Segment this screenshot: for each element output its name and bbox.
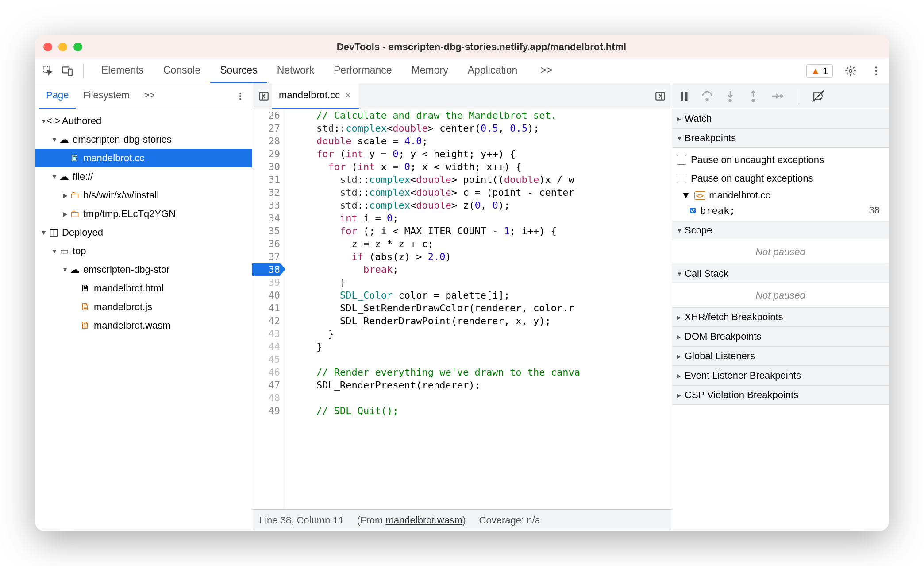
code-editor[interactable]: 2627282930313233343536373839404142434445…	[252, 109, 672, 509]
event-listener-breakpoints-section[interactable]: ▶Event Listener Breakpoints	[672, 366, 889, 385]
code-content[interactable]: // Calculate and draw the Mandelbrot set…	[285, 109, 672, 509]
breakpoints-section[interactable]: ▼Breakpoints	[672, 128, 889, 148]
file-tab-mandelbrot-cc[interactable]: mandelbrot.cc ✕	[272, 83, 359, 109]
source-map-link[interactable]: mandelbrot.wasm	[386, 515, 463, 526]
warning-count: 1	[823, 66, 828, 76]
cloud-icon: ☁	[58, 134, 70, 145]
svg-point-9	[239, 98, 241, 100]
editor-tabs: mandelbrot.cc ✕	[252, 83, 672, 109]
frame-icon: ▭	[58, 245, 70, 257]
coverage-status: Coverage: n/a	[479, 515, 540, 526]
step-into-button[interactable]	[724, 89, 737, 103]
cloud-icon: ☁	[58, 171, 70, 182]
callstack-not-paused: Not paused	[672, 283, 889, 307]
cube-icon: ◫	[48, 227, 59, 238]
pause-caught-checkbox-row[interactable]: Pause on caught exceptions	[677, 169, 884, 188]
tab-elements[interactable]: Elements	[92, 58, 154, 83]
tab-memory[interactable]: Memory	[402, 58, 458, 83]
pause-button[interactable]	[678, 89, 691, 103]
file-tab-label: mandelbrot.cc	[279, 89, 340, 101]
pause-uncaught-checkbox[interactable]	[677, 155, 686, 165]
tree-deployed[interactable]: ▼◫Deployed	[35, 223, 252, 242]
toggle-navigator-icon[interactable]	[256, 88, 272, 104]
svg-point-8	[239, 95, 241, 97]
code-icon: < >	[48, 115, 59, 127]
maximize-window-button[interactable]	[73, 43, 82, 51]
window-titlebar: DevTools - emscripten-dbg-stories.netlif…	[35, 35, 889, 58]
dom-breakpoints-section[interactable]: ▶DOM Breakpoints	[672, 327, 889, 346]
minimize-window-button[interactable]	[58, 43, 67, 51]
svg-point-3	[849, 69, 852, 72]
close-tab-icon[interactable]: ✕	[344, 90, 352, 101]
navigator-panel: Page Filesystem >> ▼< >Authored ▼☁emscri…	[35, 83, 252, 531]
scope-section[interactable]: ▼Scope	[672, 221, 889, 240]
warning-icon: ▲	[811, 66, 820, 76]
breakpoint-entry[interactable]: break;38	[677, 203, 884, 218]
tree-file-scheme[interactable]: ▼☁file://	[35, 167, 252, 186]
window-title: DevTools - emscripten-dbg-stories.netlif…	[82, 41, 881, 53]
toolbar-separator	[83, 63, 84, 78]
svg-rect-2	[68, 69, 72, 75]
settings-button[interactable]	[843, 63, 859, 79]
tree-file-mandelbrot-cc[interactable]: 🗎mandelbrot.cc	[35, 149, 252, 167]
device-toggle-icon[interactable]	[59, 63, 75, 79]
svg-point-18	[729, 99, 732, 101]
breakpoint-checkbox[interactable]	[690, 208, 696, 213]
step-out-button[interactable]	[747, 89, 760, 103]
cursor-position: Line 38, Column 11	[259, 515, 344, 526]
editor-statusbar: Line 38, Column 11 (From mandelbrot.wasm…	[252, 509, 672, 531]
step-over-button[interactable]	[701, 89, 714, 103]
xhr-breakpoints-section[interactable]: ▶XHR/fetch Breakpoints	[672, 307, 889, 327]
tab-performance[interactable]: Performance	[324, 58, 402, 83]
svg-point-22	[780, 95, 782, 97]
svg-point-5	[875, 70, 877, 71]
step-button[interactable]	[770, 89, 783, 103]
svg-rect-14	[681, 92, 683, 101]
breakpoints-body: Pause on uncaught exceptions Pause on ca…	[672, 148, 889, 221]
tree-folder-install[interactable]: ▶🗀b/s/w/ir/x/w/install	[35, 186, 252, 205]
main-toolbar: ElementsConsoleSourcesNetworkPerformance…	[35, 58, 889, 83]
tree-domain-deployed[interactable]: ▼☁emscripten-dbg-stor	[35, 260, 252, 279]
debugger-toolbar	[672, 83, 889, 109]
line-gutter[interactable]: 2627282930313233343536373839404142434445…	[252, 109, 285, 509]
callstack-section[interactable]: ▼Call Stack	[672, 264, 889, 283]
tab-console[interactable]: Console	[154, 58, 210, 83]
watch-section[interactable]: ▶Watch	[672, 109, 889, 128]
tree-file-html[interactable]: 🗎mandelbrot.html	[35, 279, 252, 298]
tree-file-js[interactable]: 🗎mandelbrot.js	[35, 298, 252, 316]
close-window-button[interactable]	[43, 43, 52, 51]
tab-sources[interactable]: Sources	[210, 58, 267, 83]
tree-authored[interactable]: ▼< >Authored	[35, 112, 252, 130]
pause-caught-checkbox[interactable]	[677, 174, 686, 183]
tree-file-wasm[interactable]: 🗎mandelbrot.wasm	[35, 316, 252, 335]
more-tabs-button[interactable]: >>	[531, 58, 562, 83]
panel-tabs: ElementsConsoleSourcesNetworkPerformance…	[92, 58, 527, 83]
file-icon: 🗎	[80, 283, 91, 294]
global-listeners-section[interactable]: ▶Global Listeners	[672, 346, 889, 366]
csp-breakpoints-section[interactable]: ▶CSP Violation Breakpoints	[672, 385, 889, 405]
file-tree: ▼< >Authored ▼☁emscripten-dbg-stories 🗎m…	[35, 109, 252, 531]
folder-icon: 🗀	[69, 190, 81, 201]
tab-application[interactable]: Application	[458, 58, 527, 83]
tree-top[interactable]: ▼▭top	[35, 242, 252, 260]
more-menu-button[interactable]	[868, 63, 884, 79]
warnings-badge[interactable]: ▲ 1	[806, 64, 833, 78]
traffic-lights	[43, 43, 82, 51]
svg-point-16	[706, 98, 708, 101]
page-tab[interactable]: Page	[39, 83, 76, 109]
tree-domain[interactable]: ▼☁emscripten-dbg-stories	[35, 130, 252, 149]
folder-icon: 🗀	[69, 208, 81, 220]
navigator-tabs: Page Filesystem >>	[35, 83, 252, 109]
tab-network[interactable]: Network	[267, 58, 324, 83]
more-navigator-tabs[interactable]: >>	[137, 83, 162, 109]
svg-point-6	[875, 73, 877, 75]
inspect-element-icon[interactable]	[40, 63, 56, 79]
filesystem-tab[interactable]: Filesystem	[76, 83, 136, 109]
breakpoint-file[interactable]: ▼<>mandelbrot.cc	[677, 188, 884, 203]
pause-uncaught-checkbox-row[interactable]: Pause on uncaught exceptions	[677, 151, 884, 169]
toggle-debugger-icon[interactable]	[652, 88, 668, 104]
deactivate-breakpoints-button[interactable]	[812, 89, 825, 103]
tree-folder-tmp[interactable]: ▶🗀tmp/tmp.ELcTq2YGN	[35, 205, 252, 223]
navigator-more-button[interactable]	[232, 88, 248, 104]
debugger-panel: ▶Watch ▼Breakpoints Pause on uncaught ex…	[672, 83, 889, 531]
